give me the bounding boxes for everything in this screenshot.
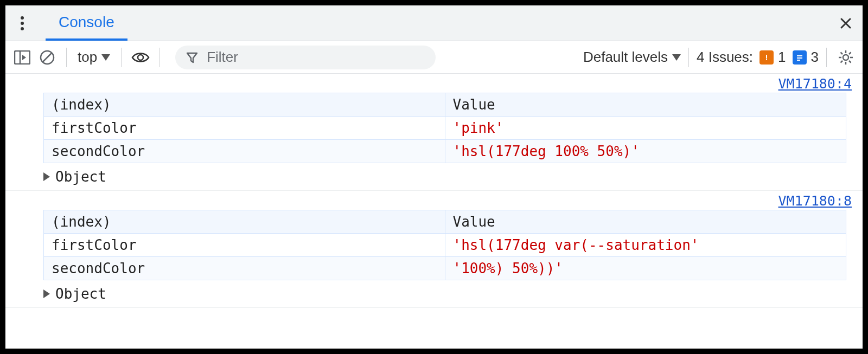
table-row[interactable]: secondColor 'hsl(177deg 100% 50%)' <box>44 140 846 163</box>
svg-line-22 <box>841 61 843 63</box>
console-log-entry: VM17180:4 (index) Value firstColor 'pink… <box>5 74 863 191</box>
svg-point-8 <box>138 55 143 60</box>
tab-console-label: Console <box>59 14 114 31</box>
filter-icon <box>186 52 198 63</box>
kebab-icon <box>20 16 24 31</box>
log-levels-dropdown[interactable]: Default levels <box>583 49 681 66</box>
gear-icon <box>838 49 854 66</box>
svg-line-7 <box>43 53 52 62</box>
console-log-entry: VM17180:8 (index) Value firstColor 'hsl(… <box>5 191 863 308</box>
object-expand-toggle[interactable]: Object <box>5 284 863 307</box>
close-devtools-button[interactable] <box>833 11 858 36</box>
live-expression-button[interactable] <box>129 46 152 69</box>
table-cell-value: 'hsl(177deg var(--saturation' <box>445 234 846 257</box>
svg-point-14 <box>843 55 848 60</box>
console-output: VM17180:4 (index) Value firstColor 'pink… <box>5 74 863 349</box>
console-table: (index) Value firstColor 'pink' secondCo… <box>43 93 846 163</box>
table-row[interactable]: firstColor 'pink' <box>44 117 846 140</box>
source-link-row: VM17180:4 <box>5 74 863 93</box>
toolbar-separator <box>159 48 160 67</box>
info-badge-icon <box>793 50 807 65</box>
console-table: (index) Value firstColor 'hsl(177deg var… <box>43 210 846 280</box>
tab-console[interactable]: Console <box>46 5 127 41</box>
toggle-sidebar-button[interactable] <box>11 46 34 69</box>
eye-icon <box>131 52 150 63</box>
console-toolbar: top Default levels 4 Issues: <box>5 41 863 74</box>
table-cell-key: firstColor <box>44 117 445 140</box>
expand-triangle-icon <box>43 289 50 298</box>
table-header-value[interactable]: Value <box>445 210 846 234</box>
source-link-row: VM17180:8 <box>5 191 863 210</box>
table-cell-value: 'hsl(177deg 100% 50%)' <box>445 140 846 163</box>
source-link[interactable]: VM17180:4 <box>778 76 852 92</box>
table-cell-value: 'pink' <box>445 117 846 140</box>
issues-info-count: 3 <box>811 49 819 66</box>
table-cell-key: secondColor <box>44 257 445 280</box>
toolbar-separator <box>66 48 67 67</box>
table-row[interactable]: secondColor '100%) 50%))' <box>44 257 846 280</box>
table-header-value[interactable]: Value <box>445 93 846 117</box>
table-cell-key: firstColor <box>44 234 445 257</box>
close-icon <box>839 17 852 30</box>
toolbar-separator <box>121 48 122 67</box>
svg-line-19 <box>841 52 843 54</box>
console-settings-button[interactable] <box>834 46 857 69</box>
context-select-label: top <box>78 49 97 66</box>
sidebar-icon <box>14 50 30 65</box>
issues-warning-count: 1 <box>778 49 786 66</box>
toolbar-separator <box>688 48 689 67</box>
svg-rect-9 <box>766 55 767 59</box>
expand-triangle-icon <box>43 172 50 181</box>
svg-line-20 <box>849 61 851 63</box>
chevron-down-icon <box>672 54 681 61</box>
context-select[interactable]: top <box>74 49 113 66</box>
object-expand-toggle[interactable]: Object <box>5 166 863 190</box>
source-link[interactable]: VM17180:8 <box>778 193 852 209</box>
svg-rect-12 <box>797 57 802 59</box>
table-cell-key: secondColor <box>44 140 445 163</box>
svg-marker-5 <box>22 55 26 60</box>
warning-badge-icon <box>760 50 774 65</box>
table-header-index[interactable]: (index) <box>44 93 445 117</box>
tabstrip: Console <box>5 5 863 41</box>
clear-icon <box>39 49 55 66</box>
table-header-index[interactable]: (index) <box>44 210 445 234</box>
svg-point-2 <box>21 27 24 30</box>
svg-rect-13 <box>797 60 800 61</box>
filter-container <box>175 46 436 69</box>
issues-button[interactable]: 4 Issues: 1 3 <box>697 49 819 66</box>
filter-input[interactable] <box>206 48 425 66</box>
object-label: Object <box>55 286 106 302</box>
svg-rect-11 <box>797 55 802 56</box>
issues-label: 4 Issues: <box>697 49 753 66</box>
log-levels-label: Default levels <box>583 49 668 66</box>
svg-point-1 <box>21 22 24 25</box>
devtools-window: Console top <box>0 0 868 354</box>
svg-rect-10 <box>766 59 767 60</box>
object-label: Object <box>55 169 106 185</box>
svg-point-0 <box>21 16 24 20</box>
clear-console-button[interactable] <box>36 46 59 69</box>
chevron-down-icon <box>101 54 110 61</box>
devtools-menu-button[interactable] <box>10 11 35 36</box>
table-cell-value: '100%) 50%))' <box>445 257 846 280</box>
svg-line-21 <box>849 52 851 54</box>
toolbar-separator <box>826 48 827 67</box>
table-row[interactable]: firstColor 'hsl(177deg var(--saturation' <box>44 234 846 257</box>
